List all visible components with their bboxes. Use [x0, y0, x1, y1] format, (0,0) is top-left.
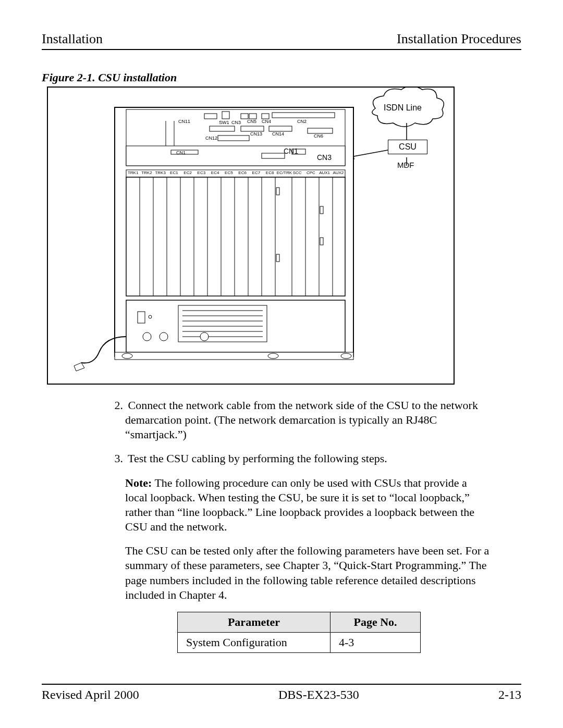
params-intro: The CSU can be tested only after the fol… [125, 544, 490, 602]
step-3: 3. Test the CSU cabling by performing th… [125, 451, 490, 466]
page-footer: Revised April 2000 DBS-EX23-530 2-13 [42, 684, 521, 702]
label-sw1: SW1 [219, 120, 229, 125]
svg-rect-42 [320, 238, 323, 245]
step-3-text: Test the CSU cabling by performing the f… [128, 452, 387, 465]
label-cn2: CN2 [297, 119, 307, 124]
slot-label: TRK3 [154, 170, 167, 175]
svg-point-52 [143, 332, 151, 341]
label-isdn-line: ISDN Line [384, 103, 422, 113]
slot-label: EC8 [263, 170, 277, 175]
slot-label: AUX1 [318, 170, 332, 175]
svg-rect-15 [241, 126, 264, 131]
step-3-number: 3. [111, 451, 123, 466]
svg-rect-12 [262, 114, 269, 119]
step-2: 2. Connect the network cable from the ne… [125, 398, 490, 442]
svg-line-1 [348, 150, 388, 157]
svg-rect-9 [222, 112, 229, 119]
svg-point-60 [149, 315, 152, 318]
note-paragraph: Note: The following procedure can only b… [125, 476, 490, 535]
label-cn3-b: CN3 [317, 153, 332, 162]
svg-rect-21 [262, 153, 285, 158]
slot-label: EC/TRK [277, 170, 290, 175]
label-cn3-top: CN3 [231, 120, 241, 125]
slot-label: CPC [304, 170, 317, 175]
slot-label: EC4 [209, 170, 222, 175]
page-header: Installation Installation Procedures [42, 31, 521, 50]
body-text: 2. Connect the network cable from the ne… [125, 398, 490, 602]
svg-rect-14 [210, 126, 235, 131]
cell-page-no: 4-3 [331, 632, 421, 652]
svg-rect-40 [276, 188, 279, 195]
label-cn12: CN12 [205, 135, 217, 141]
label-cn1-b: CN1 [284, 147, 298, 155]
svg-rect-55 [115, 352, 353, 360]
slot-label: AUX2 [332, 170, 345, 175]
svg-point-57 [268, 353, 278, 359]
svg-rect-17 [308, 128, 333, 133]
header-left: Installation [42, 31, 103, 47]
slot-label: TRK1 [126, 170, 140, 175]
svg-point-56 [122, 353, 132, 359]
table-header-row: Parameter Page No. [178, 612, 421, 632]
slot-label: EC2 [181, 170, 194, 175]
label-cn6: CN6 [314, 133, 323, 139]
figure-diagram: ISDN Line CSU MDF CN11 SW1 CN3 CN5 CN4 C… [47, 87, 455, 385]
slot-label: EC5 [222, 170, 236, 175]
svg-rect-19 [126, 146, 345, 166]
svg-rect-18 [218, 135, 249, 141]
figure-caption: Figure 2-1. CSU installation [42, 71, 521, 84]
svg-rect-13 [272, 113, 335, 118]
parameter-table: Parameter Page No. System Configuration … [177, 612, 421, 653]
cell-parameter: System Configuration [178, 632, 331, 652]
slot-label: EC1 [167, 170, 181, 175]
svg-rect-24 [126, 177, 345, 296]
label-cn4: CN4 [262, 119, 271, 124]
svg-point-53 [160, 332, 168, 341]
table-row: System Configuration 4-3 [178, 632, 421, 652]
label-cn13: CN13 [250, 131, 262, 137]
step-2-text: Connect the network cable from the netwo… [125, 399, 478, 441]
footer-center: DBS-EX23-530 [278, 688, 359, 702]
step-2-number: 2. [111, 398, 123, 413]
svg-point-58 [341, 353, 351, 359]
label-csu-box: CSU [388, 140, 427, 154]
note-text: The following procedure can only be used… [125, 476, 474, 533]
label-cn5: CN5 [247, 119, 256, 124]
header-right: Installation Procedures [397, 31, 521, 47]
note-label: Note: [125, 476, 152, 489]
svg-rect-41 [320, 206, 323, 214]
label-cn1-a: CN1 [176, 150, 186, 155]
svg-rect-8 [204, 114, 217, 119]
slot-label: TRK2 [140, 170, 153, 175]
slot-label: EC7 [249, 170, 263, 175]
slot-label: EC6 [236, 170, 249, 175]
svg-rect-10 [241, 114, 248, 119]
svg-rect-43 [276, 254, 279, 262]
col-parameter: Parameter [178, 612, 331, 632]
col-page-no: Page No. [331, 612, 421, 632]
svg-point-54 [200, 332, 209, 341]
svg-rect-59 [138, 312, 145, 323]
label-cn11: CN11 [178, 119, 190, 124]
svg-rect-16 [269, 126, 292, 131]
slot-label: SCC [290, 170, 304, 175]
svg-rect-11 [249, 114, 256, 119]
footer-right: 2-13 [498, 688, 521, 702]
label-cn14: CN14 [272, 131, 284, 137]
slot-label: EC3 [194, 170, 208, 175]
page: Installation Installation Procedures Fig… [0, 0, 563, 728]
label-mdf: MDF [397, 161, 414, 169]
footer-left: Revised April 2000 [42, 688, 139, 702]
slot-labels-row: TRK1TRK2TRK3EC1EC2EC3EC4EC5EC6EC7EC8EC/T… [126, 170, 345, 177]
